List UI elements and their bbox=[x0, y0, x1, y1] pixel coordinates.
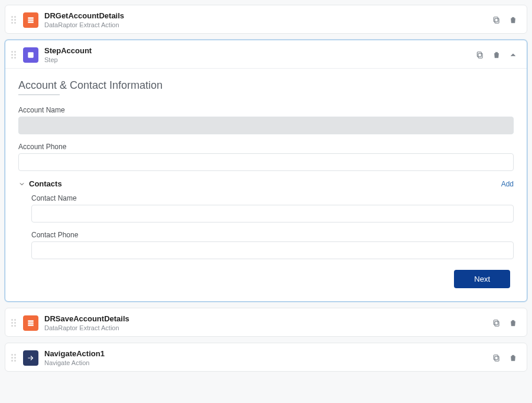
delete-icon[interactable] bbox=[508, 15, 518, 25]
element-header: DRSaveAccountDetails DataRaptor Extract … bbox=[5, 308, 527, 336]
svg-rect-5 bbox=[495, 321, 499, 326]
account-phone-label: Account Phone bbox=[18, 143, 514, 151]
copy-icon[interactable] bbox=[475, 50, 485, 60]
next-button[interactable]: Next bbox=[454, 270, 510, 288]
element-subtitle: Step bbox=[44, 56, 475, 63]
element-title: NavigateAction1 bbox=[44, 349, 491, 358]
contacts-add-link[interactable]: Add bbox=[501, 180, 514, 188]
element-title: DRSaveAccountDetails bbox=[44, 314, 491, 323]
element-subtitle: DataRaptor Extract Action bbox=[44, 324, 491, 331]
element-subtitle: Navigate Action bbox=[44, 359, 491, 366]
svg-rect-4 bbox=[477, 51, 481, 56]
contacts-title: Contacts bbox=[29, 179, 62, 188]
step-type-icon bbox=[23, 47, 38, 63]
section-title: Account & Contact Information bbox=[18, 79, 514, 92]
element-header: NavigateAction1 Navigate Action bbox=[5, 343, 527, 371]
element-title: DRGetAccountDetails bbox=[44, 11, 491, 20]
svg-rect-1 bbox=[494, 17, 498, 21]
drag-handle-icon[interactable] bbox=[11, 16, 18, 24]
delete-icon[interactable] bbox=[491, 50, 502, 60]
copy-icon[interactable] bbox=[491, 15, 502, 25]
element-header: StepAccount Step bbox=[5, 40, 527, 68]
element-stepaccount[interactable]: StepAccount Step Account & Contact Infor… bbox=[5, 40, 527, 302]
account-name-label: Account Name bbox=[18, 106, 514, 114]
element-title: StepAccount bbox=[44, 46, 475, 55]
element-drget[interactable]: DRGetAccountDetails DataRaptor Extract A… bbox=[5, 5, 527, 34]
contact-phone-input[interactable] bbox=[31, 241, 514, 259]
drag-handle-icon[interactable] bbox=[11, 51, 18, 59]
drag-handle-icon[interactable] bbox=[11, 319, 18, 327]
element-header: DRGetAccountDetails DataRaptor Extract A… bbox=[5, 5, 527, 33]
navigate-type-icon bbox=[23, 350, 38, 366]
action-type-icon bbox=[23, 315, 38, 331]
svg-rect-7 bbox=[495, 356, 499, 361]
action-type-icon bbox=[23, 12, 38, 28]
contacts-toggle[interactable]: Contacts bbox=[18, 179, 62, 188]
element-title-block: StepAccount Step bbox=[44, 46, 475, 63]
contact-phone-label: Contact Phone bbox=[31, 231, 514, 239]
element-title-block: DRSaveAccountDetails DataRaptor Extract … bbox=[44, 314, 491, 331]
element-drsave[interactable]: DRSaveAccountDetails DataRaptor Extract … bbox=[5, 308, 527, 337]
element-title-block: DRGetAccountDetails DataRaptor Extract A… bbox=[44, 11, 491, 28]
contact-name-input[interactable] bbox=[31, 205, 514, 223]
svg-rect-0 bbox=[495, 18, 499, 23]
svg-rect-8 bbox=[494, 354, 498, 359]
delete-icon[interactable] bbox=[508, 353, 518, 363]
svg-rect-3 bbox=[478, 53, 482, 58]
element-title-block: NavigateAction1 Navigate Action bbox=[44, 349, 491, 366]
element-subtitle: DataRaptor Extract Action bbox=[44, 21, 491, 28]
copy-icon[interactable] bbox=[491, 318, 502, 328]
element-navigate[interactable]: NavigateAction1 Navigate Action bbox=[5, 343, 527, 372]
step-body: Account & Contact Information Account Na… bbox=[5, 68, 527, 291]
section-underline bbox=[18, 94, 60, 95]
svg-rect-6 bbox=[494, 320, 498, 324]
account-name-input[interactable] bbox=[18, 117, 514, 134]
chevron-down-icon bbox=[18, 180, 25, 188]
copy-icon[interactable] bbox=[491, 353, 502, 363]
delete-icon[interactable] bbox=[508, 318, 518, 328]
collapse-icon[interactable] bbox=[508, 50, 518, 60]
contact-name-label: Contact Name bbox=[31, 194, 514, 202]
drag-handle-icon[interactable] bbox=[11, 354, 18, 362]
svg-rect-2 bbox=[28, 52, 33, 57]
account-phone-input[interactable] bbox=[18, 153, 514, 171]
